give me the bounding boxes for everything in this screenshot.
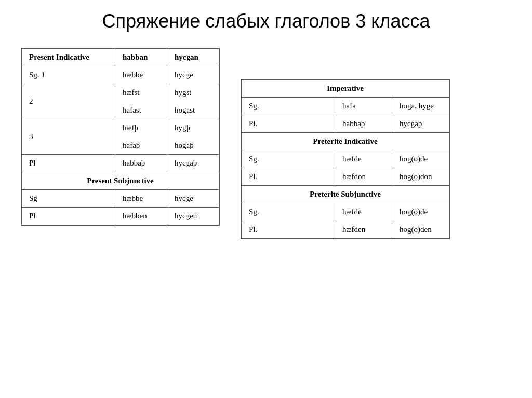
row-label: Sg — [22, 190, 115, 208]
table-row: Sg. 1 hæbbe hycge — [22, 66, 219, 84]
row-label: Pl — [22, 208, 115, 225]
row-col3: hoga, hyge — [392, 98, 449, 115]
table-row: Sg. hæfde hog(o)de — [242, 150, 449, 168]
row-label: Sg. — [242, 203, 335, 221]
row-col3: hog(o)don — [392, 168, 449, 186]
preterite-subjunctive-header-row: Preterite Subjunctive — [242, 186, 449, 203]
row-col3: hog(o)den — [392, 221, 449, 239]
row-col2: hæbbe — [115, 66, 167, 84]
row-label: Pl — [22, 155, 115, 172]
row-label: 2 — [22, 84, 115, 119]
right-table: Imperative Sg. hafa hoga, hyge Pl. habba… — [241, 79, 449, 239]
table-row: Pl hæbben hycgen — [22, 208, 219, 225]
row-col3: hycgen — [167, 208, 219, 225]
row-col2: hæfdon — [335, 168, 392, 186]
table-row: 3 hæfþhafaþ hygþhogaþ — [22, 119, 219, 155]
row-col3: hygsthogast — [167, 84, 219, 119]
table-row: Pl habbaþ hycgaþ — [22, 155, 219, 172]
row-label: Sg. 1 — [22, 66, 115, 84]
left-header-col2: habban — [115, 49, 167, 66]
page-title: Спряжение слабых глаголов 3 класса — [16, 10, 516, 32]
right-table-wrapper: Imperative Sg. hafa hoga, hyge Pl. habba… — [241, 79, 450, 239]
subjunctive-header-label: Present Subjunctive — [22, 172, 219, 190]
row-col2: habbaþ — [115, 155, 167, 172]
table-row: Pl. habbaþ hycgaþ — [242, 115, 449, 133]
row-label: Pl. — [242, 115, 335, 133]
subjunctive-header-row: Present Subjunctive — [22, 172, 219, 190]
imperative-header-label: Imperative — [242, 80, 449, 98]
row-label: Sg. — [242, 98, 335, 115]
table-row: Sg hæbbe hycge — [22, 190, 219, 208]
row-col2: hæfde — [335, 150, 392, 168]
table-row: Sg. hæfde hog(o)de — [242, 203, 449, 221]
left-table-wrapper: Present Indicative habban hycgan Sg. 1 h… — [21, 48, 220, 226]
table-row: Pl. hæfden hog(o)den — [242, 221, 449, 239]
table-row: Pl. hæfdon hog(o)don — [242, 168, 449, 186]
left-table-header-row: Present Indicative habban hycgan — [22, 49, 219, 66]
row-col3: hog(o)de — [392, 150, 449, 168]
row-col2: hæbben — [115, 208, 167, 225]
row-col2: hafa — [335, 98, 392, 115]
row-label: 3 — [22, 119, 115, 155]
preterite-subjunctive-header-label: Preterite Subjunctive — [242, 186, 449, 203]
row-col2: hæfden — [335, 221, 392, 239]
table-row: 2 hæfsthafast hygsthogast — [22, 84, 219, 119]
row-label: Sg. — [242, 150, 335, 168]
row-col3: hycge — [167, 190, 219, 208]
row-col3: hog(o)de — [392, 203, 449, 221]
table-row: Sg. hafa hoga, hyge — [242, 98, 449, 115]
imperative-header-row: Imperative — [242, 80, 449, 98]
row-col2: hæbbe — [115, 190, 167, 208]
preterite-indicative-header-label: Preterite Indicative — [242, 133, 449, 150]
row-col3: hygþhogaþ — [167, 119, 219, 155]
row-col2: hæfþhafaþ — [115, 119, 167, 155]
row-col3: hycge — [167, 66, 219, 84]
left-header-col3: hycgan — [167, 49, 219, 66]
row-col3: hycgaþ — [392, 115, 449, 133]
row-col2: habbaþ — [335, 115, 392, 133]
row-col2: hæfde — [335, 203, 392, 221]
row-col3: hycgaþ — [167, 155, 219, 172]
tables-container: Present Indicative habban hycgan Sg. 1 h… — [16, 48, 516, 239]
row-label: Pl. — [242, 168, 335, 186]
left-header-col1: Present Indicative — [22, 49, 115, 66]
preterite-indicative-header-row: Preterite Indicative — [242, 133, 449, 150]
row-label: Pl. — [242, 221, 335, 239]
left-table: Present Indicative habban hycgan Sg. 1 h… — [21, 48, 219, 225]
row-col2: hæfsthafast — [115, 84, 167, 119]
